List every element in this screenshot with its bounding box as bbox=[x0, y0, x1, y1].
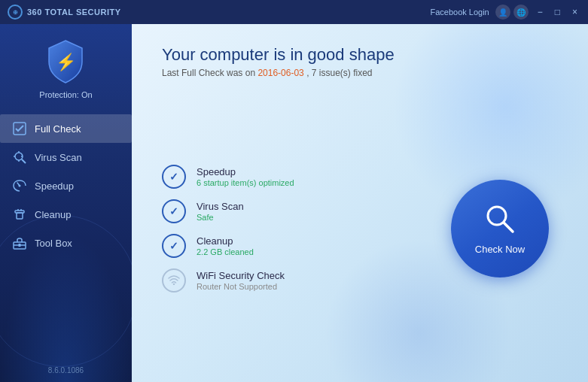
speedup-checkmark: ✓ bbox=[169, 171, 178, 183]
virus-scan-label: Virus Scan bbox=[35, 152, 82, 163]
virus-scan-name: Virus Scan bbox=[197, 201, 244, 212]
sidebar-item-full-check[interactable]: Full Check bbox=[0, 114, 132, 143]
wifi-info: WiFi Security Check Router Not Supported bbox=[197, 270, 285, 291]
sidebar: ⚡ Protection: On Full Check bbox=[0, 24, 132, 382]
speedup-label: Speedup bbox=[35, 180, 74, 192]
virus-scan-info: Virus Scan Safe bbox=[197, 201, 244, 222]
speedup-icon bbox=[12, 178, 27, 193]
main-header: Your computer is in good shape Last Full… bbox=[162, 45, 564, 78]
speedup-info: Speedup 6 startup item(s) optimized bbox=[197, 166, 294, 187]
check-now-label: Check Now bbox=[475, 244, 525, 255]
cleanup-check-circle: ✓ bbox=[162, 234, 186, 258]
facebook-login-label: Facebook Login bbox=[430, 8, 489, 17]
cleanup-info: Cleanup 2.2 GB cleaned bbox=[197, 235, 254, 256]
cleanup-icon bbox=[12, 207, 27, 222]
svg-rect-10 bbox=[17, 213, 23, 219]
check-item-cleanup: ✓ Cleanup 2.2 GB cleaned bbox=[162, 234, 436, 258]
check-list: ✓ Speedup 6 startup item(s) optimized ✓ … bbox=[162, 165, 436, 293]
title-bar-right: Facebook Login 👤 🌐 − □ × bbox=[430, 5, 580, 20]
title-bar-left: ⊕ 360 TOTAL SECURITY bbox=[8, 5, 121, 20]
wifi-detail: Router Not Supported bbox=[197, 282, 285, 291]
full-check-icon bbox=[12, 121, 27, 136]
app-body: ⚡ Protection: On Full Check bbox=[0, 24, 588, 382]
virus-scan-checkmark: ✓ bbox=[169, 205, 178, 217]
main-title: Your computer is in good shape bbox=[162, 45, 564, 65]
check-item-speedup: ✓ Speedup 6 startup item(s) optimized bbox=[162, 165, 436, 189]
main-content: Your computer is in good shape Last Full… bbox=[132, 24, 588, 382]
virus-scan-icon bbox=[12, 150, 27, 165]
virus-scan-detail: Safe bbox=[197, 213, 244, 222]
sidebar-item-cleanup[interactable]: Cleanup bbox=[0, 200, 132, 229]
app-logo-icon: ⊕ bbox=[8, 5, 23, 20]
maximize-button[interactable]: □ bbox=[552, 7, 563, 17]
protection-label: Protection: On bbox=[39, 90, 92, 99]
logo-area: ⚡ Protection: On bbox=[39, 24, 92, 108]
sidebar-item-virus-scan[interactable]: Virus Scan bbox=[0, 143, 132, 171]
check-item-wifi: WiFi Security Check Router Not Supported bbox=[162, 268, 436, 293]
minimize-button[interactable]: − bbox=[535, 7, 546, 17]
cleanup-label: Cleanup bbox=[35, 209, 71, 220]
app-title: 360 TOTAL SECURITY bbox=[27, 8, 121, 17]
cleanup-checkmark: ✓ bbox=[169, 240, 178, 252]
wifi-icon bbox=[168, 274, 180, 287]
user-icon[interactable]: 👤 bbox=[495, 5, 510, 20]
speedup-check-circle: ✓ bbox=[162, 165, 186, 189]
nav-menu: Full Check Virus Scan bbox=[0, 108, 132, 263]
checks-and-button: ✓ Speedup 6 startup item(s) optimized ✓ … bbox=[162, 93, 564, 364]
speedup-name: Speedup bbox=[197, 166, 294, 177]
cleanup-detail: 2.2 GB cleaned bbox=[197, 247, 254, 256]
svg-line-18 bbox=[504, 223, 513, 232]
sidebar-item-speedup[interactable]: Speedup bbox=[0, 171, 132, 200]
search-icon bbox=[484, 203, 516, 241]
svg-rect-15 bbox=[19, 244, 21, 247]
shield-icon: ⚡ bbox=[46, 39, 85, 84]
check-item-virus-scan: ✓ Virus Scan Safe bbox=[162, 199, 436, 223]
virus-scan-check-circle: ✓ bbox=[162, 199, 186, 223]
last-check-date: 2016-06-03 bbox=[257, 68, 303, 78]
tool-box-label: Tool Box bbox=[35, 238, 72, 249]
svg-text:⚡: ⚡ bbox=[56, 52, 77, 72]
speedup-detail: 6 startup item(s) optimized bbox=[197, 178, 294, 187]
wifi-name: WiFi Security Check bbox=[197, 270, 285, 281]
version-label: 8.6.0.1086 bbox=[41, 359, 91, 382]
svg-point-16 bbox=[173, 283, 175, 284]
close-button[interactable]: × bbox=[569, 7, 580, 17]
cleanup-name: Cleanup bbox=[197, 235, 254, 247]
title-bar: ⊕ 360 TOTAL SECURITY Facebook Login 👤 🌐 … bbox=[0, 0, 588, 24]
toolbox-icon bbox=[12, 235, 27, 250]
main-subtitle: Last Full Check was on 2016-06-03 , 7 is… bbox=[162, 68, 564, 78]
subtitle-suffix: , 7 issue(s) fixed bbox=[306, 68, 372, 78]
wifi-check-circle bbox=[162, 268, 186, 293]
title-bar-icons: 👤 🌐 bbox=[495, 5, 529, 20]
sidebar-item-tool-box[interactable]: Tool Box bbox=[0, 229, 132, 257]
svg-point-8 bbox=[19, 185, 21, 187]
check-now-button[interactable]: Check Now bbox=[451, 180, 549, 277]
subtitle-prefix: Last Full Check was on bbox=[162, 68, 257, 78]
full-check-label: Full Check bbox=[35, 123, 81, 135]
svg-line-3 bbox=[22, 159, 26, 163]
svg-rect-13 bbox=[14, 242, 26, 249]
globe-icon[interactable]: 🌐 bbox=[513, 5, 529, 20]
